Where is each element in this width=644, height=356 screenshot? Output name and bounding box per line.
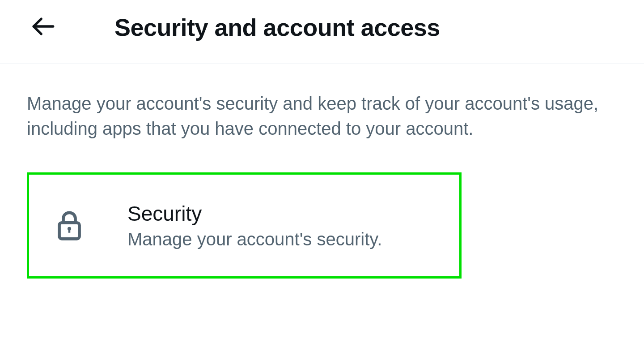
svg-rect-3 <box>68 229 71 232</box>
lock-icon <box>38 210 101 242</box>
content: Manage your account's security and keep … <box>0 64 644 279</box>
page-title: Security and account access <box>114 13 440 41</box>
option-text: Security Manage your account's security. <box>127 202 382 249</box>
back-button[interactable] <box>30 13 56 41</box>
option-title: Security <box>127 202 382 226</box>
header: Security and account access <box>0 0 644 64</box>
option-subtitle: Manage your account's security. <box>127 229 382 249</box>
security-option[interactable]: Security Manage your account's security. <box>27 172 462 279</box>
arrow-left-icon <box>30 13 56 41</box>
page-description: Manage your account's security and keep … <box>27 91 617 141</box>
